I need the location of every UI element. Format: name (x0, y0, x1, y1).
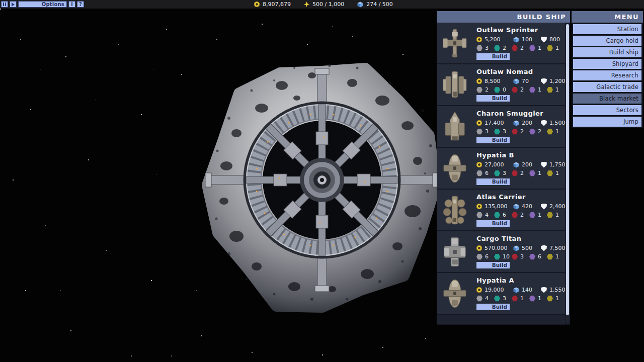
ship-cost-credits: 17,400 (485, 120, 504, 126)
ship-cost-credits: 135,000 (485, 203, 508, 210)
ship-name: Atlas Carrier (476, 193, 565, 201)
ship-hypatia-icon (442, 277, 467, 310)
menu-item-galactic-trade[interactable]: Galactic trade (573, 82, 641, 92)
ship-titan-icon (442, 235, 467, 268)
help-button[interactable]: ? (77, 1, 84, 8)
ship-shield-value: 1,550 (549, 287, 566, 293)
shield-icon (541, 37, 547, 43)
cargo-cube-icon (513, 204, 519, 210)
hex-count: 2 (520, 128, 524, 135)
hex-count: 4 (485, 212, 489, 218)
cargo-cube-icon (513, 245, 519, 251)
hex-count: 1 (555, 86, 559, 93)
ship-nomad-icon (442, 68, 467, 102)
ship-card-atlas-carrier: Atlas Carrier 135,000 420 2,400 4 6 2 1 … (437, 190, 565, 230)
hex-count: 0 (503, 86, 506, 93)
ship-shield-value: 1,200 (549, 78, 566, 84)
cargo-cube-icon (513, 120, 519, 126)
ship-cost-cubes: 70 (522, 78, 529, 84)
ship-card-cargo-titan: Cargo Titan 570,000 500 7,500 6 10 3 6 1… (437, 231, 565, 272)
ship-list: Outlaw Sprinter 5,200 100 800 3 2 2 1 1 … (437, 23, 570, 325)
yellow-hex-icon (547, 45, 553, 51)
play-button[interactable] (10, 1, 17, 8)
ship-name: Outlaw Sprinter (476, 26, 565, 34)
yellow-hex-icon (547, 296, 553, 302)
purple-hex-icon (529, 45, 535, 51)
red-hex-icon (512, 296, 518, 302)
build-button[interactable]: Build (476, 137, 510, 143)
ship-name: Outlaw Nomad (476, 68, 565, 75)
menu-item-jump[interactable]: Jump (573, 117, 641, 127)
cargo-cube-icon (513, 162, 519, 168)
pause-icon (3, 3, 6, 6)
yellow-hex-icon (547, 170, 553, 176)
ship-cost-cubes: 100 (522, 36, 532, 43)
yellow-hex-icon (547, 212, 553, 218)
hex-count: 1 (538, 45, 541, 51)
menu-item-sectors[interactable]: Sectors (573, 105, 641, 115)
hex-count: 1 (555, 212, 559, 218)
build-button[interactable]: Build (476, 95, 510, 102)
hex-count: 2 (503, 45, 506, 51)
credits-icon (476, 245, 482, 251)
hex-count: 3 (520, 253, 524, 260)
ship-card-hypatia-a: Hypatia A 19,000 140 1,550 4 3 1 1 1 Bui… (437, 273, 565, 314)
ship-shield-value: 2,400 (549, 203, 566, 210)
hex-count: 10 (503, 253, 510, 260)
hex-count: 6 (538, 253, 541, 260)
energy-value: 500 / 1,000 (312, 1, 344, 8)
list-footer (437, 315, 565, 324)
ship-thumbnail (441, 109, 468, 145)
hex-count: 1 (538, 212, 541, 218)
teal-hex-icon (494, 296, 500, 302)
scrollbar-thumb[interactable] (566, 24, 569, 315)
hex-count: 1 (538, 170, 541, 176)
menu-item-black-market[interactable]: Black market (573, 94, 641, 104)
purple-hex-icon (529, 129, 535, 135)
credits-value: 8,907,679 (263, 1, 291, 8)
menu-item-cargo-hold[interactable]: Cargo hold (573, 36, 641, 46)
info-button[interactable]: i (68, 1, 75, 8)
ship-cost-cubes: 200 (522, 161, 532, 168)
hex-count: 1 (555, 253, 559, 260)
menu-item-research[interactable]: Research (573, 70, 641, 80)
gray-hex-icon (476, 129, 482, 135)
teal-hex-icon (494, 45, 500, 51)
scrollbar[interactable] (566, 24, 570, 324)
ship-shield-value: 1,750 (549, 161, 566, 168)
ship-thumbnail (441, 25, 468, 61)
menu-item-station[interactable]: Station (573, 24, 641, 34)
shield-icon (541, 245, 547, 251)
hex-count: 1 (555, 45, 559, 51)
menu-panel-header: MENU (572, 11, 643, 23)
options-button[interactable]: Options (18, 1, 67, 8)
play-icon (12, 3, 15, 7)
credits-icon (476, 37, 482, 42)
menu-item-build-ship[interactable]: Build ship (573, 47, 641, 57)
hex-count: 6 (485, 170, 489, 176)
build-button[interactable]: Build (476, 178, 510, 185)
build-button[interactable]: Build (476, 262, 510, 268)
yellow-hex-icon (547, 87, 553, 93)
shield-icon (541, 120, 547, 126)
ship-cost-credits: 8,500 (485, 78, 501, 84)
hex-count: 1 (555, 170, 559, 176)
ship-hypatia-icon (442, 152, 467, 185)
ship-thumbnail (441, 192, 468, 228)
build-button[interactable]: Build (476, 53, 510, 60)
teal-hex-icon (494, 170, 500, 176)
hex-count: 2 (520, 212, 524, 218)
build-button[interactable]: Build (476, 304, 510, 310)
ship-card-hypatia-b: Hypatia B 27,000 200 1,750 6 3 2 1 1 Bui… (437, 148, 565, 189)
gray-hex-icon (476, 87, 482, 93)
shield-icon (541, 78, 547, 84)
teal-hex-icon (494, 212, 500, 218)
ship-cost-credits: 19,000 (485, 287, 504, 293)
menu-item-shipyard[interactable]: Shipyard (573, 59, 641, 69)
ship-shield-value: 800 (549, 36, 560, 43)
hex-count: 1 (538, 295, 541, 302)
build-button[interactable]: Build (476, 220, 510, 227)
ship-sprinter-icon (442, 27, 467, 60)
ship-thumbnail (441, 67, 468, 103)
pause-button[interactable] (1, 1, 8, 8)
